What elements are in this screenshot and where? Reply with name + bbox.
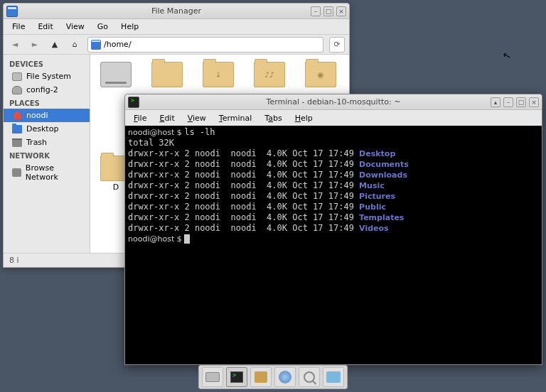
sidebar-heading-devices: DEVICES: [4, 58, 90, 70]
terminal-icon: [230, 371, 243, 383]
terminal-content[interactable]: noodi@host $ ls -lh total 32K drwxr-xr-x…: [125, 126, 542, 364]
item-folder-downloads[interactable]: ↓: [200, 62, 237, 87]
trash-icon: [12, 138, 22, 147]
fm-menu-view[interactable]: View: [60, 21, 90, 33]
term-title: Terminal - debian-10-mosquitto: ~: [267, 97, 401, 107]
drive-icon: [100, 62, 132, 87]
folder-icon: [326, 371, 341, 383]
drive-icon: [205, 372, 220, 382]
taskbar-item-search[interactable]: [299, 367, 320, 387]
up-button[interactable]: ▲: [48, 38, 62, 52]
term-menu-terminal[interactable]: Terminal: [213, 112, 258, 124]
location-folder-icon: [91, 40, 101, 50]
globe-icon: [279, 371, 291, 383]
terminal-window: Terminal - debian-10-mosquitto: ~ ▴ – □ …: [124, 94, 542, 365]
fm-menu-help[interactable]: Help: [115, 21, 144, 33]
fm-toolbar: ◄ ► ▲ ⌂ /home/ ⟳: [4, 35, 349, 55]
terminal-app-icon: [128, 97, 139, 108]
fm-titlebar[interactable]: File Manager – □ ×: [4, 4, 349, 19]
item-label: D: [113, 183, 119, 192]
fm-minimize-button[interactable]: –: [311, 6, 321, 16]
fm-menubar: File Edit View Go Help: [4, 19, 349, 35]
fm-menu-file[interactable]: File: [6, 21, 31, 33]
sidebar-item-browse-network[interactable]: Browse Network: [4, 161, 90, 184]
term-rollup-button[interactable]: ▴: [491, 97, 500, 107]
fm-menu-edit[interactable]: Edit: [32, 21, 58, 33]
sidebar-heading-places: PLACES: [4, 97, 90, 109]
taskbar: [198, 365, 348, 389]
sidebar-item-filesystem[interactable]: File System: [4, 70, 90, 83]
folder-music-icon: ♪♪: [254, 62, 285, 87]
home-icon: [12, 111, 22, 120]
refresh-button[interactable]: ⟳: [329, 37, 345, 53]
fm-sidebar: DEVICES File System config-2 PLACES nood…: [4, 55, 90, 253]
term-maximize-button[interactable]: □: [516, 97, 526, 107]
term-menu-view[interactable]: View: [182, 112, 212, 124]
item-filesystem[interactable]: [97, 62, 134, 87]
network-icon: [12, 168, 21, 177]
folder-icon: [151, 62, 183, 87]
sidebar-item-config2[interactable]: config-2: [4, 83, 90, 97]
item-folder-music[interactable]: ♪♪: [251, 62, 288, 87]
taskbar-item-folder[interactable]: [323, 367, 344, 387]
item-folder-plain[interactable]: [149, 62, 186, 87]
back-button[interactable]: ◄: [8, 38, 22, 52]
home-button[interactable]: ⌂: [68, 38, 82, 52]
disk-icon: [12, 86, 22, 94]
folder-downloads-icon: ↓: [203, 62, 234, 87]
fm-close-button[interactable]: ×: [336, 6, 346, 16]
term-menu-help[interactable]: Help: [289, 112, 318, 124]
fm-menu-go[interactable]: Go: [92, 21, 114, 33]
search-icon: [304, 371, 315, 383]
term-menu-file[interactable]: File: [128, 112, 152, 124]
term-menu-tabs[interactable]: Tabs: [259, 112, 287, 124]
folder-pictures-icon: ◉: [305, 62, 336, 87]
item-folder-pictures[interactable]: ◉: [302, 62, 339, 87]
fm-title: File Manager: [151, 6, 201, 16]
taskbar-item-terminal[interactable]: [226, 367, 247, 387]
fm-maximize-button[interactable]: □: [323, 6, 333, 16]
fm-app-icon: [6, 6, 18, 17]
location-path: /home/: [104, 40, 132, 49]
forward-button[interactable]: ►: [28, 38, 42, 52]
mouse-cursor-icon: ↖: [501, 49, 512, 62]
term-menu-edit[interactable]: Edit: [154, 112, 180, 124]
files-icon: [255, 371, 267, 383]
term-menubar: File Edit View Terminal Tabs Help: [125, 110, 542, 126]
term-minimize-button[interactable]: –: [503, 97, 513, 107]
folder-icon: [12, 125, 22, 134]
taskbar-item-browser[interactable]: [274, 367, 296, 387]
sidebar-item-noodi[interactable]: noodi: [4, 109, 90, 122]
drive-icon: [12, 72, 22, 81]
taskbar-item-files[interactable]: [250, 367, 272, 387]
sidebar-item-trash[interactable]: Trash: [4, 136, 90, 149]
term-close-button[interactable]: ×: [529, 97, 539, 107]
sidebar-heading-network: NETWORK: [4, 149, 90, 161]
location-bar[interactable]: /home/: [87, 37, 323, 53]
taskbar-item-drive[interactable]: [202, 367, 223, 387]
term-titlebar[interactable]: Terminal - debian-10-mosquitto: ~ ▴ – □ …: [125, 94, 542, 110]
sidebar-item-desktop[interactable]: Desktop: [4, 122, 90, 136]
